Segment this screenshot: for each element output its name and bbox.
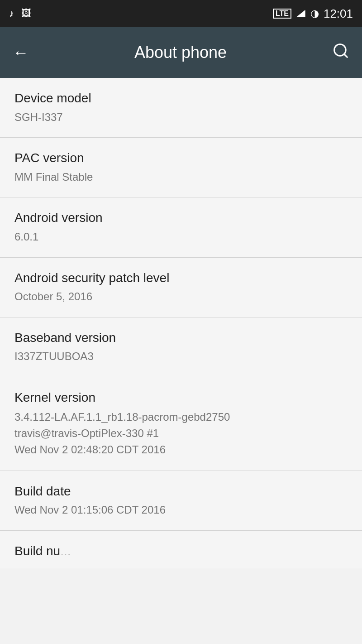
pac-version-subtitle: MM Final Stable xyxy=(14,169,348,185)
settings-item-kernel-version[interactable]: Kernel version 3.4.112-LA.AF.1.1_rb1.18-… xyxy=(0,377,362,471)
android-version-subtitle: 6.0.1 xyxy=(14,229,348,245)
status-bar-right-icons: LTE ◑ 12:01 xyxy=(273,7,353,21)
settings-item-android-version[interactable]: Android version 6.0.1 xyxy=(0,197,362,257)
app-bar: ← About phone xyxy=(0,27,362,78)
image-icon: 🖼 xyxy=(21,8,31,19)
settings-list: Device model SGH-I337 PAC version MM Fin… xyxy=(0,78,362,568)
search-button[interactable] xyxy=(332,42,349,63)
settings-item-pac-version[interactable]: PAC version MM Final Stable xyxy=(0,138,362,197)
status-bar-left-icons: ♪ 🖼 xyxy=(9,8,31,19)
lte-badge: LTE xyxy=(273,9,291,19)
security-patch-subtitle: October 5, 2016 xyxy=(14,289,348,304)
baseband-version-title: Baseband version xyxy=(14,330,348,346)
device-model-subtitle: SGH-I337 xyxy=(14,110,348,125)
pac-version-title: PAC version xyxy=(14,150,348,166)
security-patch-title: Android security patch level xyxy=(14,270,348,286)
settings-item-security-patch[interactable]: Android security patch level October 5, … xyxy=(0,258,362,317)
music-note-icon: ♪ xyxy=(9,8,14,19)
signal-icon xyxy=(296,9,306,19)
device-model-title: Device model xyxy=(14,91,348,106)
time-display: 12:01 xyxy=(324,7,353,21)
build-number-partial-title: Build nu... xyxy=(14,543,348,559)
page-title: About phone xyxy=(29,43,332,62)
kernel-version-subtitle: 3.4.112-LA.AF.1.1_rb1.18-pacrom-gebd2750… xyxy=(14,409,348,458)
build-date-title: Build date xyxy=(14,484,348,499)
android-version-title: Android version xyxy=(14,210,348,226)
settings-item-baseband-version[interactable]: Baseband version I337ZTUUBOA3 xyxy=(0,317,362,377)
baseband-version-subtitle: I337ZTUUBOA3 xyxy=(14,349,348,364)
settings-item-build-date[interactable]: Build date Wed Nov 2 01:15:06 CDT 2016 xyxy=(0,471,362,530)
settings-item-device-model[interactable]: Device model SGH-I337 xyxy=(0,78,362,137)
build-date-subtitle: Wed Nov 2 01:15:06 CDT 2016 xyxy=(14,502,348,518)
settings-item-build-number-partial[interactable]: Build nu... xyxy=(0,531,362,569)
back-button[interactable]: ← xyxy=(13,43,29,62)
status-bar: ♪ 🖼 LTE ◑ 12:01 xyxy=(0,0,362,27)
battery-icon: ◑ xyxy=(310,8,319,19)
svg-line-3 xyxy=(344,54,347,57)
kernel-version-title: Kernel version xyxy=(14,390,348,405)
